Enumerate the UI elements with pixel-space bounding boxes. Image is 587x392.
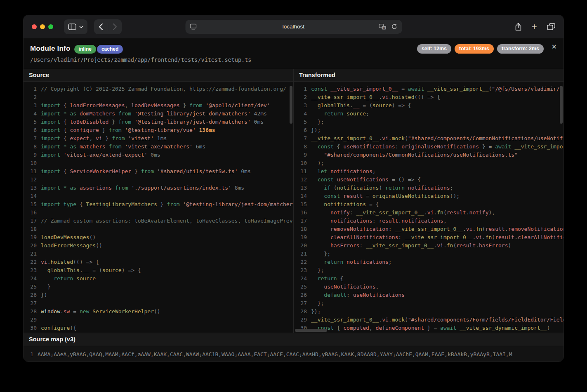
transformed-panel: Transformed 1const __vite_ssr_import_0__… xyxy=(294,69,563,333)
code-line: 7import { expect, vi } from 'vitest' 1ms xyxy=(24,134,293,143)
code-line: 20 hasErrors: __vite_ssr_import_0__.vi.f… xyxy=(294,242,563,250)
toolbar-right-actions: + xyxy=(515,15,555,38)
code-line: 21 xyxy=(24,250,293,258)
code-line: 19loadDevMessages() xyxy=(24,233,293,242)
source-panel: Source 1// Copyright (C) 2012-2025 Zamma… xyxy=(24,69,294,333)
code-line: 3 globalThis.__ = (source) => { xyxy=(294,101,563,110)
code-line: 21 }; xyxy=(294,250,563,258)
close-icon[interactable]: ✕ xyxy=(552,44,557,50)
sourcemap-line-number: 1 xyxy=(24,351,33,357)
sourcemap-section: Source map (v3) 1 AAMA;AAeA,yBAAG,QAAQ,M… xyxy=(24,333,563,362)
code-line: 12 xyxy=(24,176,293,184)
traffic-lights xyxy=(32,24,53,29)
nav-buttons xyxy=(94,19,122,34)
code-line: 24 return { xyxy=(294,275,563,283)
code-line: 9 "#shared/components/CommonNotification… xyxy=(294,151,563,159)
source-vertical-scrollbar[interactable] xyxy=(290,86,292,124)
code-line: 14 xyxy=(24,192,293,200)
code-line: 28window.sw = new ServiceWorkerHelper() xyxy=(24,307,293,316)
code-line: 25 } xyxy=(24,283,293,291)
module-badge: cached xyxy=(97,45,123,54)
code-line: 26 default: useNotifications xyxy=(294,291,563,299)
code-line: 2__vite_ssr_import_0__.vi.hoisted(() => … xyxy=(294,93,563,101)
code-line: 8 const { useNotifications: originalUseN… xyxy=(294,143,563,151)
code-line: 15 notifications = { xyxy=(294,200,563,209)
code-line: 4import * as domMatchers from '@testing-… xyxy=(24,110,293,118)
code-line: 29 xyxy=(24,316,293,324)
code-line: 11import { ServiceWorkerHelper } from '#… xyxy=(24,167,293,176)
sourcemap-mappings: AAMA;AAeA,yBAAG,QAAQ,MAAM;AACf,aAAW,KAAK… xyxy=(38,351,512,357)
source-panel-title: Source xyxy=(24,69,293,82)
code-line: 2 xyxy=(24,93,293,101)
code-line: 27 xyxy=(24,299,293,307)
code-line: 22vi.hoisted(() => { xyxy=(24,258,293,266)
code-line: 4 return source; xyxy=(294,110,563,118)
code-line: 11 let notifications; xyxy=(294,167,563,176)
code-line: 25 useNotifications, xyxy=(294,283,563,291)
code-line: 29__vite_ssr_import_0__.vi.mock("#shared… xyxy=(294,316,563,324)
address-bar-actions: x xyxy=(379,20,397,34)
code-line: 28}); xyxy=(294,307,563,316)
browser-toolbar: localhost x xyxy=(24,15,563,38)
module-info-header: Module Info inlinecached self: 12mstotal… xyxy=(24,38,563,69)
code-panels: Source 1// Copyright (C) 2012-2025 Zamma… xyxy=(24,69,563,333)
sourcemap-line: 1 AAMA;AAeA,yBAAG,QAAQ,MAAM;AACf,aAAW,KA… xyxy=(24,346,563,362)
transformed-horizontal-scrollbar[interactable] xyxy=(295,329,327,332)
chevron-right-icon xyxy=(113,23,117,31)
code-line: 1const __vite_ssr_import_0__ = await __v… xyxy=(294,85,563,93)
back-button[interactable] xyxy=(94,19,108,34)
code-line: 6import { configure } from '@testing-lib… xyxy=(24,126,293,134)
code-line: 3import { loadErrorMessages, loadDevMess… xyxy=(24,101,293,110)
code-line: 19 clearAllNotifications: __vite_ssr_imp… xyxy=(294,233,563,242)
code-line: 14 const result = originalUseNotificatio… xyxy=(294,192,563,200)
transformed-code[interactable]: 1const __vite_ssr_import_0__ = await __v… xyxy=(294,82,563,333)
code-line: 12 const useNotifications = () => { xyxy=(294,176,563,184)
code-line: 18 xyxy=(24,225,293,233)
svg-text:x: x xyxy=(383,26,385,30)
code-line: 23 globalThis.__ = (source) => { xyxy=(24,266,293,275)
address-bar[interactable]: localhost x xyxy=(185,20,402,34)
code-line: 23 }; xyxy=(294,266,563,275)
code-line: 30configure({ xyxy=(24,324,293,332)
timing-badges: self: 12mstotal: 193mstransform: 2ms xyxy=(417,44,544,54)
zoom-window-button[interactable] xyxy=(48,24,53,29)
transformed-vertical-scrollbar[interactable] xyxy=(560,86,563,124)
sidebar-toggle-button[interactable] xyxy=(64,19,87,34)
code-line: 10 ); xyxy=(294,159,563,167)
timing-pill: total: 193ms xyxy=(455,44,494,54)
code-line: 8import * as matchers from 'vitest-axe/m… xyxy=(24,143,293,151)
reload-icon[interactable] xyxy=(391,23,397,30)
code-line: 20loadErrorMessages() xyxy=(24,242,293,250)
url-text: localhost xyxy=(185,20,402,34)
code-line: 26}) xyxy=(24,291,293,299)
module-badge: inline xyxy=(74,45,96,54)
close-window-button[interactable] xyxy=(32,24,37,29)
code-line: 22 return notifications; xyxy=(294,258,563,266)
code-line: 5 }; xyxy=(294,118,563,126)
forward-button[interactable] xyxy=(108,19,122,34)
code-line: 18 removeNotification: __vite_ssr_import… xyxy=(294,225,563,233)
source-code[interactable]: 1// Copyright (C) 2012-2025 Zammad Found… xyxy=(24,82,293,333)
browser-window: localhost x xyxy=(23,15,564,362)
module-badges: inlinecached xyxy=(74,45,124,52)
sidebar-icon xyxy=(68,23,76,30)
code-line: 7__vite_ssr_import_0__.vi.mock("#shared/… xyxy=(294,134,563,143)
share-icon[interactable] xyxy=(515,23,522,31)
timing-pill: transform: 2ms xyxy=(497,44,544,54)
chevron-down-icon xyxy=(79,26,83,28)
tab-overview-icon[interactable] xyxy=(547,23,555,31)
code-line: 13 if (notifications) return notificatio… xyxy=(294,184,563,192)
transformed-panel-title: Transformed xyxy=(294,69,563,82)
page-title: Module Info xyxy=(30,45,71,53)
new-tab-button[interactable]: + xyxy=(532,22,537,32)
code-line: 13import * as assertions from './support… xyxy=(24,184,293,192)
minimize-window-button[interactable] xyxy=(40,24,45,29)
code-line: 27 }; xyxy=(294,299,563,307)
code-line: 5import { toBeDisabled } from '@testing-… xyxy=(24,118,293,126)
code-line: 10 xyxy=(24,159,293,167)
module-file-path: /Users/vladimir/Projects/zammad/app/fron… xyxy=(30,56,557,63)
sourcemap-title: Source map (v3) xyxy=(24,333,563,346)
code-line: 16 xyxy=(24,209,293,217)
code-line: 17// Zammad custom assertions: toBeAvata… xyxy=(24,217,293,225)
translate-icon[interactable]: x xyxy=(379,24,386,30)
